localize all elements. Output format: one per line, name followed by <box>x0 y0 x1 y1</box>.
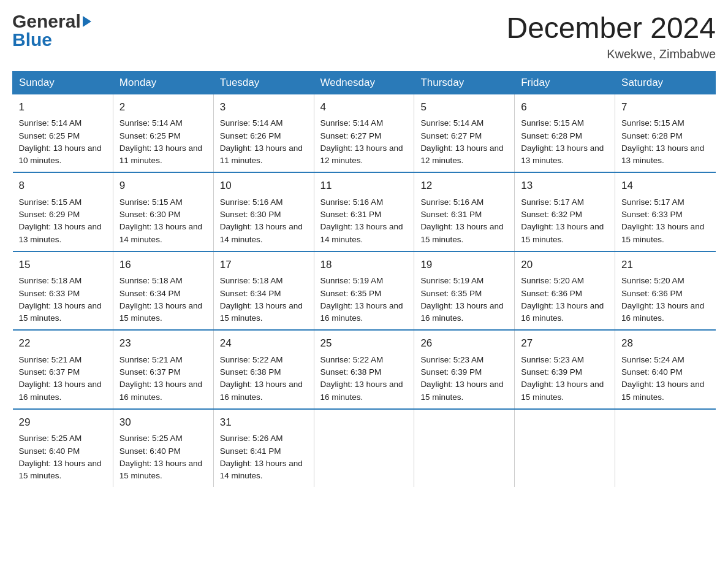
day-number: 11 <box>320 178 408 194</box>
sunset-label: Sunset: 6:32 PM <box>521 210 582 219</box>
sunrise-label: Sunrise: 5:19 AM <box>420 276 483 285</box>
day-number: 23 <box>119 335 207 351</box>
sunset-label: Sunset: 6:25 PM <box>119 131 181 140</box>
day-cell: 3Sunrise: 5:14 AMSunset: 6:26 PMDaylight… <box>213 94 314 172</box>
sunset-label: Sunset: 6:38 PM <box>220 367 281 377</box>
sunset-label: Sunset: 6:40 PM <box>19 446 80 456</box>
sunrise-label: Sunrise: 5:24 AM <box>621 355 684 364</box>
day-cell: 5Sunrise: 5:14 AMSunset: 6:27 PMDaylight… <box>414 94 515 172</box>
day-number: 26 <box>420 335 508 351</box>
daylight-label: Daylight: 13 hours and 16 minutes. <box>19 380 102 401</box>
sunrise-label: Sunrise: 5:16 AM <box>320 197 384 207</box>
day-cell: 31Sunrise: 5:26 AMSunset: 6:41 PMDayligh… <box>213 409 314 488</box>
sunset-label: Sunset: 6:27 PM <box>420 131 482 140</box>
day-cell: 8Sunrise: 5:15 AMSunset: 6:29 PMDaylight… <box>13 172 113 251</box>
day-cell: 24Sunrise: 5:22 AMSunset: 6:38 PMDayligh… <box>213 330 314 409</box>
day-cell: 16Sunrise: 5:18 AMSunset: 6:34 PMDayligh… <box>113 251 213 331</box>
sunset-label: Sunset: 6:30 PM <box>119 210 181 219</box>
daylight-label: Daylight: 13 hours and 16 minutes. <box>621 301 704 323</box>
day-number: 1 <box>19 99 107 115</box>
daylight-label: Daylight: 13 hours and 12 minutes. <box>420 144 503 165</box>
daylight-label: Daylight: 13 hours and 16 minutes. <box>220 380 303 401</box>
daylight-label: Daylight: 13 hours and 16 minutes. <box>420 301 503 323</box>
header-tuesday: Tuesday <box>213 71 314 94</box>
sunset-label: Sunset: 6:36 PM <box>621 289 683 298</box>
sunset-label: Sunset: 6:29 PM <box>19 210 80 219</box>
day-number: 29 <box>19 415 107 431</box>
daylight-label: Daylight: 13 hours and 12 minutes. <box>320 144 403 165</box>
day-cell: 11Sunrise: 5:16 AMSunset: 6:31 PMDayligh… <box>314 172 414 251</box>
sunset-label: Sunset: 6:27 PM <box>320 131 382 140</box>
day-cell: 28Sunrise: 5:24 AMSunset: 6:40 PMDayligh… <box>615 330 716 409</box>
sunrise-label: Sunrise: 5:23 AM <box>420 355 483 364</box>
sunset-label: Sunset: 6:28 PM <box>521 131 582 140</box>
day-number: 14 <box>621 178 709 194</box>
week-row-1: 1Sunrise: 5:14 AMSunset: 6:25 PMDaylight… <box>13 94 716 172</box>
daylight-label: Daylight: 13 hours and 15 minutes. <box>19 459 102 480</box>
sunrise-label: Sunrise: 5:25 AM <box>119 434 183 443</box>
daylight-label: Daylight: 13 hours and 15 minutes. <box>621 222 704 243</box>
day-number: 24 <box>220 335 308 351</box>
daylight-label: Daylight: 13 hours and 11 minutes. <box>119 144 202 165</box>
daylight-label: Daylight: 13 hours and 15 minutes. <box>521 380 604 401</box>
sunrise-label: Sunrise: 5:14 AM <box>19 118 82 128</box>
sunrise-label: Sunrise: 5:26 AM <box>220 434 283 443</box>
day-cell: 26Sunrise: 5:23 AMSunset: 6:39 PMDayligh… <box>414 330 515 409</box>
sunset-label: Sunset: 6:37 PM <box>19 367 80 377</box>
day-number: 19 <box>420 257 508 273</box>
sunset-label: Sunset: 6:35 PM <box>320 289 382 298</box>
sunset-label: Sunset: 6:35 PM <box>420 289 482 298</box>
header-wednesday: Wednesday <box>314 71 414 94</box>
sunrise-label: Sunrise: 5:14 AM <box>420 118 483 128</box>
day-number: 8 <box>19 178 107 194</box>
sunrise-label: Sunrise: 5:16 AM <box>220 197 283 207</box>
day-number: 28 <box>621 335 709 351</box>
day-number: 3 <box>220 99 308 115</box>
day-cell: 23Sunrise: 5:21 AMSunset: 6:37 PMDayligh… <box>113 330 213 409</box>
day-cell <box>515 409 615 488</box>
sunrise-label: Sunrise: 5:21 AM <box>119 355 183 364</box>
sunset-label: Sunset: 6:33 PM <box>19 289 80 298</box>
day-number: 13 <box>521 178 609 194</box>
sunrise-label: Sunrise: 5:20 AM <box>621 276 684 285</box>
daylight-label: Daylight: 13 hours and 10 minutes. <box>19 144 102 165</box>
day-number: 12 <box>420 178 508 194</box>
week-row-4: 22Sunrise: 5:21 AMSunset: 6:37 PMDayligh… <box>13 330 716 409</box>
daylight-label: Daylight: 13 hours and 14 minutes. <box>119 222 202 243</box>
logo: General Blue <box>12 12 91 49</box>
day-cell: 9Sunrise: 5:15 AMSunset: 6:30 PMDaylight… <box>113 172 213 251</box>
sunrise-label: Sunrise: 5:19 AM <box>320 276 384 285</box>
daylight-label: Daylight: 13 hours and 11 minutes. <box>220 144 303 165</box>
day-cell: 19Sunrise: 5:19 AMSunset: 6:35 PMDayligh… <box>414 251 515 331</box>
sunrise-label: Sunrise: 5:18 AM <box>220 276 283 285</box>
daylight-label: Daylight: 13 hours and 14 minutes. <box>220 459 303 480</box>
day-cell: 14Sunrise: 5:17 AMSunset: 6:33 PMDayligh… <box>615 172 716 251</box>
sunrise-label: Sunrise: 5:15 AM <box>621 118 684 128</box>
daylight-label: Daylight: 13 hours and 15 minutes. <box>420 222 503 243</box>
sunset-label: Sunset: 6:41 PM <box>220 446 281 456</box>
sunset-label: Sunset: 6:26 PM <box>220 131 281 140</box>
week-row-5: 29Sunrise: 5:25 AMSunset: 6:40 PMDayligh… <box>13 409 716 488</box>
day-number: 15 <box>19 257 107 273</box>
day-cell: 29Sunrise: 5:25 AMSunset: 6:40 PMDayligh… <box>13 409 113 488</box>
day-number: 21 <box>621 257 709 273</box>
day-cell: 12Sunrise: 5:16 AMSunset: 6:31 PMDayligh… <box>414 172 515 251</box>
daylight-label: Daylight: 13 hours and 13 minutes. <box>521 144 604 165</box>
title-section: December 2024 Kwekwe, Zimbabwe <box>506 12 716 61</box>
sunrise-label: Sunrise: 5:15 AM <box>119 197 183 207</box>
week-row-2: 8Sunrise: 5:15 AMSunset: 6:29 PMDaylight… <box>13 172 716 251</box>
day-cell: 25Sunrise: 5:22 AMSunset: 6:38 PMDayligh… <box>314 330 414 409</box>
sunrise-label: Sunrise: 5:22 AM <box>320 355 384 364</box>
sunrise-label: Sunrise: 5:16 AM <box>420 197 483 207</box>
sunrise-label: Sunrise: 5:23 AM <box>521 355 584 364</box>
daylight-label: Daylight: 13 hours and 15 minutes. <box>220 301 303 323</box>
day-cell <box>314 409 414 488</box>
daylight-label: Daylight: 13 hours and 15 minutes. <box>19 301 102 323</box>
day-number: 16 <box>119 257 207 273</box>
day-cell: 10Sunrise: 5:16 AMSunset: 6:30 PMDayligh… <box>213 172 314 251</box>
day-number: 5 <box>420 99 508 115</box>
sunrise-label: Sunrise: 5:25 AM <box>19 434 82 443</box>
sunset-label: Sunset: 6:31 PM <box>320 210 382 219</box>
daylight-label: Daylight: 13 hours and 14 minutes. <box>320 222 403 243</box>
sunset-label: Sunset: 6:33 PM <box>621 210 683 219</box>
